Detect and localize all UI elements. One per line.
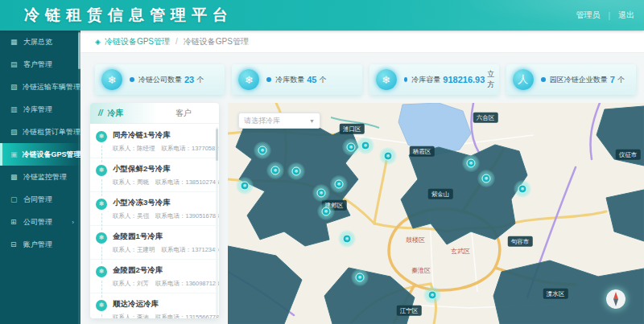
sidebar-item-9[interactable]: ⊞公司管理› [0,211,80,233]
logout-button[interactable]: 退出 [618,10,634,21]
gps-map[interactable]: 请选择冷库 ▼ 鼓楼区玄武区秦淮区浦口区六合区仪征市栖霞区紫金山建邺区江宁区句容… [228,103,644,324]
sidebar-item-label: 冷链监控管理 [23,172,67,183]
map-region-chip: 紫金山 [428,189,453,199]
snowflake-icon: ❄ [96,199,107,210]
marker-snowflake-icon: ❄ [241,182,250,191]
cold-storage-marker[interactable]: ❄ [330,175,348,193]
map-select-placeholder: 请选择冷库 [244,116,309,126]
stat-cards-row: ❄冷链公司数量23个❄冷库数量45个❄冷库容量918216.93立方人园区冷链企… [95,64,636,96]
sidebar-item-label: 冷链设备GPS管理 [23,150,81,160]
breadcrumb-separator: / [175,37,178,46]
map-region-chip: 仪征市 [616,150,641,160]
sidebar-item-8[interactable]: ▢合同管理 [0,188,80,211]
contact-phone: 联系电话：13609871234 [155,280,219,288]
cold-storage-marker[interactable]: ❄ [312,184,330,202]
contact-person: 联系人：王建明 [113,246,155,254]
sidebar-item-icon: ▧ [10,83,18,91]
sidebar-item-label: 冷链运输车辆管理 [23,82,80,92]
stat-card-value: 918216.93 [443,75,485,84]
contact-person: 联系人：周晓 [113,178,149,187]
list-scroll-thumb[interactable] [216,129,218,161]
marker-snowflake-icon: ❄ [361,141,370,150]
snowflake-icon: ❄ [96,131,107,142]
snowflake-icon: ❄ [96,165,107,176]
cold-storage-marker[interactable]: ❄ [514,180,531,198]
user-area: 管理员 | 退出 [576,0,634,31]
cold-storage-marker[interactable]: ❄ [254,141,271,159]
contact-phone: 联系电话：13851027465 [155,178,219,187]
stat-card-3: ❄冷库容量918216.93立方 [369,64,499,95]
stat-card-icon: 人 [513,69,534,90]
sidebar-item-label: 冷链租赁订单管理 [23,127,80,137]
stat-card-icon: ❄ [376,69,397,90]
sidebar-item-5[interactable]: ▨冷链租赁订单管理 [0,121,80,143]
cold-storage-list-item[interactable]: ❄金陵园1号冷库联系人：王建明联系电话：13712345678 [90,226,219,260]
storage-meta: 联系人：陈经理联系电话：13770581923 [113,145,213,153]
sidebar-item-icon: ▥ [10,105,19,113]
cold-storage-list-item[interactable]: ❄同舟冷链1号冷库联系人：陈经理联系电话：13770581923 [90,125,219,158]
marker-snowflake-icon: ❄ [271,166,280,175]
sidebar-nav: ▦大屏总览▤客户管理▧冷链运输车辆管理▥冷库管理▨冷链租赁订单管理▣冷链设备GP… [0,31,80,324]
storage-title: 金陵园2号冷库 [113,265,213,276]
storage-title: 同舟冷链1号冷库 [113,130,213,141]
cold-storage-marker[interactable]: ❄ [423,286,441,304]
stat-card-unit: 个 [320,75,327,85]
marker-snowflake-icon: ❄ [322,207,331,216]
tab-customer[interactable]: 客户 [175,108,192,119]
compass-south-needle [613,299,618,306]
contact-person: 联系人：刘芳 [113,280,149,288]
map-region-chip: 句容市 [508,236,533,247]
cold-storage-list-item[interactable]: ❄小型保鲜2号冷库联系人：周晓联系电话：13851027465 [90,158,219,192]
sidebar-item-3[interactable]: ▧冷链运输车辆管理 [0,76,80,98]
cold-storage-marker[interactable]: ❄ [287,162,305,180]
sidebar-item-icon: ▩ [10,173,19,181]
stat-card-icon: ❄ [238,69,259,90]
sidebar-item-icon: ▦ [10,38,19,46]
sidebar-item-icon: ⊞ [10,218,19,226]
main-content: ◈ 冷链设备GPS管理 / 冷链设备GPS管理 ❄冷链公司数量23个❄冷库数量4… [80,31,644,324]
map-storage-select[interactable]: 请选择冷库 ▼ [238,113,320,129]
stat-card-dot [130,77,134,82]
sidebar-item-6[interactable]: ▣冷链设备GPS管理 [0,143,80,166]
cold-storage-marker[interactable]: ❄ [266,162,284,179]
stat-card-unit: 立方 [487,69,498,90]
cold-storage-marker[interactable]: ❄ [357,137,374,154]
stat-card-dot [266,77,271,82]
cold-storage-marker[interactable]: ❄ [236,177,254,195]
cold-storage-marker[interactable]: ❄ [317,203,335,220]
user-name[interactable]: 管理员 [576,10,600,21]
cold-storage-marker[interactable]: ❄ [379,147,397,165]
stat-card-label: 冷库数量 [275,75,304,85]
sidebar-item-4[interactable]: ▥冷库管理 [0,98,80,121]
sidebar-item-icon: ⊟ [10,240,19,248]
stat-card-unit: 个 [617,75,625,85]
sidebar-scroll-thumb[interactable] [78,32,80,69]
cold-storage-marker[interactable]: ❄ [477,170,495,187]
storage-meta: 联系人：周晓联系电话：13851027465 [113,178,213,187]
cold-storage-marker[interactable]: ❄ [338,230,356,248]
sidebar-item-10[interactable]: ⊟账户管理 [0,233,80,256]
storage-title: 小型保鲜2号冷库 [113,164,213,174]
chevron-down-icon: ▼ [309,118,315,124]
cold-storage-list-item[interactable]: ❄金陵园2号冷库联系人：刘芳联系电话：13609871234 [90,260,219,293]
sidebar-item-1[interactable]: ▦大屏总览 [0,31,80,53]
cold-storage-marker[interactable]: ❄ [351,269,369,286]
cold-storage-marker[interactable]: ❄ [462,154,480,172]
cold-storage-list-item[interactable]: ❄小型冷冻3号冷库联系人：吴强联系电话：13905167842 [90,192,219,226]
marker-snowflake-icon: ❄ [384,152,393,161]
storage-meta: 联系人：刘芳联系电话：13609871234 [113,280,213,288]
cold-storage-list: ❄同舟冷链1号冷库联系人：陈经理联系电话：13770581923❄小型保鲜2号冷… [90,125,219,318]
marker-snowflake-icon: ❄ [467,159,476,168]
marker-snowflake-icon: ❄ [347,143,356,152]
marker-snowflake-icon: ❄ [356,273,365,282]
stat-card-value: 23 [184,75,194,84]
stat-card-1: ❄冷链公司数量23个 [95,64,225,95]
sidebar-item-2[interactable]: ▤客户管理 [0,53,80,76]
map-compass[interactable] [606,289,625,309]
panel-tabs: //冷库 客户 [90,103,219,124]
sidebar-item-7[interactable]: ▩冷链监控管理 [0,166,80,188]
tab-cold-storage[interactable]: //冷库 [90,103,158,124]
breadcrumb-parent[interactable]: 冷链设备GPS管理 [105,36,170,47]
app-title: 冷链租赁信息管理平台 [24,5,233,26]
cold-storage-list-item[interactable]: ❄顺达冷运冷库联系人：李涛联系电话：13155667788 [90,293,219,318]
